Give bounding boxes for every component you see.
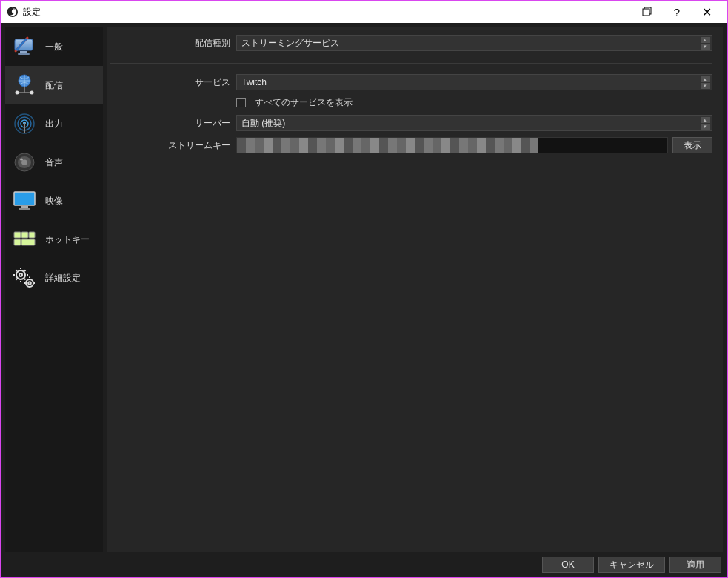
monitor-icon: [11, 187, 38, 214]
svg-rect-27: [21, 232, 28, 238]
service-select[interactable]: Twitch ▴▾: [236, 74, 712, 90]
svg-rect-30: [21, 239, 35, 245]
svg-point-32: [19, 273, 22, 276]
svg-point-22: [20, 159, 23, 161]
sidebar-item-label: 詳細設定: [45, 272, 81, 285]
apply-button[interactable]: 適用: [669, 557, 721, 573]
obscured-key: [237, 138, 538, 153]
sidebar-item-label: 一般: [45, 41, 63, 53]
svg-point-13: [30, 91, 34, 95]
show-all-services-label: すべてのサービスを表示: [255, 96, 353, 109]
gears-icon: [11, 265, 38, 291]
svg-rect-25: [19, 208, 30, 210]
svg-rect-23: [14, 192, 35, 205]
row-stream-key: ストリームキー 表示: [110, 137, 712, 153]
show-all-services-checkbox[interactable]: [236, 98, 246, 107]
monitor-tools-icon: [11, 33, 38, 60]
row-service: サービス Twitch ▴▾: [110, 74, 712, 90]
separator: [110, 63, 712, 64]
server-select[interactable]: 自動 (推奨) ▴▾: [236, 115, 712, 131]
window-title: 設定: [23, 6, 41, 19]
stream-key-input[interactable]: [236, 137, 668, 153]
svg-rect-26: [14, 232, 21, 238]
svg-rect-6: [18, 53, 30, 55]
stream-type-value: ストリーミングサービス: [241, 37, 339, 50]
spinner-icon[interactable]: ▴▾: [700, 116, 710, 130]
sidebar-item-audio[interactable]: 音声: [5, 143, 103, 182]
service-value: Twitch: [241, 77, 267, 87]
svg-point-34: [28, 282, 31, 285]
row-show-all: すべてのサービスを表示: [110, 96, 712, 109]
spinner-icon[interactable]: ▴▾: [700, 36, 710, 50]
sidebar-item-label: 映像: [45, 195, 63, 207]
stream-type-select[interactable]: ストリーミングサービス ▴▾: [236, 35, 712, 51]
sidebar-item-label: 音声: [45, 156, 63, 169]
sidebar-item-output[interactable]: 出力: [5, 104, 103, 143]
sidebar-item-label: 配信: [45, 79, 63, 92]
help-icon[interactable]: ?: [662, 1, 692, 23]
spinner-icon[interactable]: ▴▾: [700, 76, 710, 89]
stream-type-label: 配信種別: [110, 37, 236, 50]
sidebar-item-label: 出力: [45, 118, 63, 130]
svg-rect-24: [21, 206, 28, 208]
svg-rect-28: [29, 232, 35, 238]
sidebar-item-label: ホットキー: [45, 233, 90, 246]
obs-app-icon: [7, 6, 19, 18]
sidebar-item-general[interactable]: 一般: [5, 27, 103, 66]
sidebar-item-stream[interactable]: 配信: [5, 66, 103, 104]
content-panel: 配信種別 ストリーミングサービス ▴▾ サービス Twitch ▴▾: [107, 27, 723, 552]
svg-point-12: [16, 91, 19, 95]
ok-button[interactable]: OK: [542, 557, 594, 573]
svg-rect-5: [20, 51, 27, 53]
globe-network-icon: [11, 72, 38, 99]
sidebar-item-video[interactable]: 映像: [5, 182, 103, 220]
keyboard-keys-icon: [11, 226, 38, 253]
sidebar-item-advanced[interactable]: 詳細設定: [5, 259, 103, 297]
svg-rect-29: [14, 239, 21, 245]
stream-key-label: ストリームキー: [110, 139, 236, 152]
row-stream-type: 配信種別 ストリーミングサービス ▴▾: [110, 35, 712, 51]
close-icon[interactable]: ✕: [692, 1, 721, 23]
server-value: 自動 (推奨): [241, 117, 285, 130]
show-key-button[interactable]: 表示: [672, 137, 712, 153]
service-label: サービス: [110, 76, 236, 89]
svg-point-31: [16, 270, 25, 279]
server-label: サーバー: [110, 117, 236, 130]
dialog-footer: OK キャンセル 適用: [5, 552, 723, 573]
row-server: サーバー 自動 (推奨) ▴▾: [110, 115, 712, 131]
cancel-button[interactable]: キャンセル: [598, 557, 665, 573]
sidebar: 一般 配信: [5, 27, 103, 552]
restore-down-icon[interactable]: [632, 1, 662, 23]
speaker-icon: [11, 149, 38, 176]
sidebar-item-hotkeys[interactable]: ホットキー: [5, 220, 103, 259]
svg-rect-3: [643, 9, 649, 16]
titlebar: 設定 ? ✕: [1, 1, 727, 23]
svg-point-33: [26, 279, 33, 287]
broadcast-antenna-icon: [11, 110, 38, 137]
svg-point-21: [21, 160, 27, 165]
